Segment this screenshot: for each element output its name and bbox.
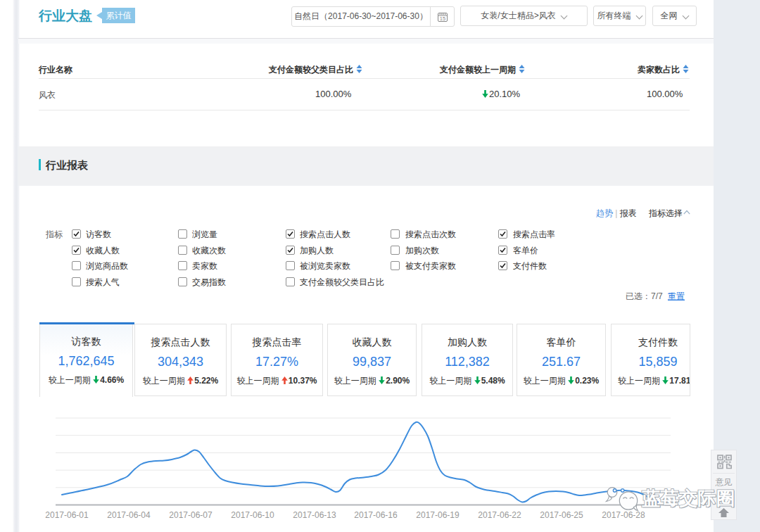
svg-text:蓝莓交际圈: 蓝莓交际圈 <box>642 488 735 509</box>
svg-text:15: 15 <box>439 15 445 22</box>
